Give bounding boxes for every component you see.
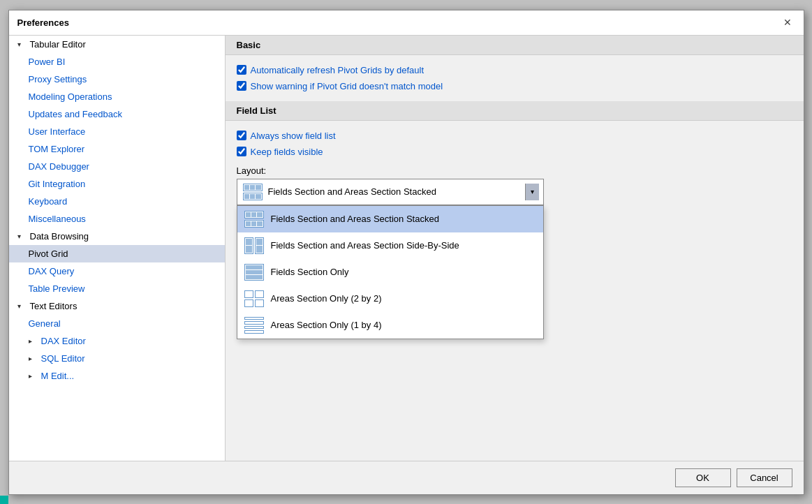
layout-dropdown-list: Fields Section and Areas Section Stacked bbox=[237, 205, 544, 339]
sidebar-item-label: Table Preview bbox=[29, 283, 85, 294]
sidebar-item-label: Pivot Grid bbox=[29, 249, 68, 259]
sidebar-item-label: DAX Debugger bbox=[29, 161, 89, 172]
sidebar-item-dax-editor[interactable]: ▸ DAX Editor bbox=[9, 332, 225, 350]
title-bar: Preferences ✕ bbox=[9, 10, 804, 36]
layout-label: Layout: bbox=[237, 165, 792, 176]
sidebar: ▾ Tabular Editor Power BI Proxy Settings… bbox=[9, 36, 226, 461]
sidebar-item-modeling-operations[interactable]: Modeling Operations bbox=[9, 88, 225, 105]
teal-indicator bbox=[0, 496, 8, 504]
sidebar-item-tabular-editor[interactable]: ▾ Tabular Editor bbox=[9, 36, 225, 53]
layout-dropdown-button[interactable]: Fields Section and Areas Section Stacked… bbox=[237, 179, 544, 205]
dropdown-option-fields-only[interactable]: Fields Section Only bbox=[237, 259, 543, 286]
sidebar-item-dax-debugger[interactable]: DAX Debugger bbox=[9, 158, 225, 175]
checkbox-refresh-label: Automatically refresh Pivot Grids by def… bbox=[251, 65, 425, 75]
dropdown-arrow-icon: ▾ bbox=[525, 184, 539, 200]
sidebar-item-label: TOM Explorer bbox=[29, 144, 85, 154]
sidebar-item-label: Keyboard bbox=[29, 196, 68, 207]
close-button[interactable]: ✕ bbox=[780, 15, 795, 30]
sidebar-item-label: Updates and Feedback bbox=[29, 109, 122, 119]
option-icon-stacked bbox=[243, 209, 265, 229]
layout-icon-stacked bbox=[242, 182, 264, 202]
dropdown-option-side-by-side[interactable]: Fields Section and Areas Section Side-By… bbox=[237, 232, 543, 259]
sidebar-item-text-editors[interactable]: ▾ Text Editors bbox=[9, 297, 225, 315]
sidebar-item-miscellaneous[interactable]: Miscellaneous bbox=[9, 210, 225, 228]
sidebar-item-label: Power BI bbox=[29, 57, 66, 67]
option-icon-areas-1x4 bbox=[243, 316, 265, 335]
dialog-body: ▾ Tabular Editor Power BI Proxy Settings… bbox=[9, 36, 804, 461]
option-label-fields-only: Fields Section Only bbox=[271, 267, 349, 277]
sidebar-item-table-preview[interactable]: Table Preview bbox=[9, 280, 225, 297]
sidebar-item-label: Text Editors bbox=[30, 301, 77, 311]
sidebar-item-label: SQL Editor bbox=[41, 353, 85, 364]
sidebar-item-label: General bbox=[29, 318, 61, 329]
dropdown-option-stacked[interactable]: Fields Section and Areas Section Stacked bbox=[237, 206, 543, 232]
option-label-areas-1x4: Areas Section Only (1 by 4) bbox=[271, 320, 382, 330]
content-area: Basic Automatically refresh Pivot Grids … bbox=[226, 36, 804, 461]
sidebar-item-data-browsing[interactable]: ▾ Data Browsing bbox=[9, 228, 225, 245]
sidebar-item-user-interface[interactable]: User Interface bbox=[9, 123, 225, 140]
sidebar-item-label: Tabular Editor bbox=[30, 39, 86, 50]
field-list-section-header: Field List bbox=[226, 101, 804, 121]
sidebar-item-m-editor[interactable]: ▸ M Edit... bbox=[9, 367, 225, 385]
option-icon-areas-2x2 bbox=[243, 289, 265, 309]
checkbox-row-keep-visible: Keep fields visible bbox=[237, 144, 792, 160]
layout-dropdown-container: Fields Section and Areas Section Stacked… bbox=[237, 179, 544, 205]
option-icon-side-by-side bbox=[243, 236, 265, 255]
dropdown-option-areas-1x4[interactable]: Areas Section Only (1 by 4) bbox=[237, 312, 543, 339]
checkbox-warning-label: Show warning if Pivot Grid doesn't match… bbox=[251, 81, 443, 91]
option-label-stacked: Fields Section and Areas Section Stacked bbox=[271, 214, 439, 224]
checkbox-row-refresh: Automatically refresh Pivot Grids by def… bbox=[237, 62, 792, 78]
field-list-section-content: Always show field list Keep fields visib… bbox=[226, 121, 804, 212]
basic-section-header: Basic bbox=[226, 36, 804, 55]
sidebar-item-label: Data Browsing bbox=[30, 231, 89, 242]
sidebar-item-label: Proxy Settings bbox=[29, 74, 87, 84]
option-icon-fields-only bbox=[243, 262, 265, 282]
checkbox-keep-visible[interactable] bbox=[237, 147, 246, 156]
sidebar-item-proxy-settings[interactable]: Proxy Settings bbox=[9, 71, 225, 88]
chevron-down-icon: ▾ bbox=[17, 40, 27, 48]
ok-button[interactable]: OK bbox=[675, 468, 731, 487]
layout-selected-label: Fields Section and Areas Section Stacked bbox=[268, 186, 436, 197]
sidebar-item-label: Miscellaneous bbox=[29, 214, 86, 224]
sidebar-item-dax-query[interactable]: DAX Query bbox=[9, 262, 225, 280]
basic-section-content: Automatically refresh Pivot Grids by def… bbox=[226, 55, 804, 101]
sidebar-item-label: DAX Query bbox=[29, 266, 75, 276]
option-label-areas-2x2: Areas Section Only (2 by 2) bbox=[271, 293, 382, 304]
sidebar-item-general[interactable]: General bbox=[9, 315, 225, 332]
dialog-title: Preferences bbox=[17, 17, 69, 28]
checkbox-warning[interactable] bbox=[237, 81, 246, 91]
chevron-down-icon: ▾ bbox=[17, 232, 27, 240]
chevron-right-icon: ▸ bbox=[29, 337, 38, 345]
chevron-right-icon: ▸ bbox=[29, 372, 38, 380]
checkbox-show-field-list-label: Always show field list bbox=[251, 131, 336, 141]
option-label-side-by-side: Fields Section and Areas Section Side-By… bbox=[271, 240, 459, 251]
checkbox-refresh[interactable] bbox=[237, 65, 246, 75]
sidebar-item-label: Git Integration bbox=[29, 179, 86, 189]
sidebar-item-label: DAX Editor bbox=[41, 336, 86, 346]
dialog-footer: OK Cancel bbox=[9, 461, 804, 494]
checkbox-row-show-field-list: Always show field list bbox=[237, 128, 792, 144]
sidebar-item-sql-editor[interactable]: ▸ SQL Editor bbox=[9, 350, 225, 367]
cancel-button[interactable]: Cancel bbox=[737, 468, 792, 487]
checkbox-row-warning: Show warning if Pivot Grid doesn't match… bbox=[237, 78, 792, 94]
sidebar-item-power-bi[interactable]: Power BI bbox=[9, 53, 225, 71]
sidebar-item-label: Modeling Operations bbox=[29, 91, 112, 102]
sidebar-item-tom-explorer[interactable]: TOM Explorer bbox=[9, 140, 225, 158]
sidebar-item-label: User Interface bbox=[29, 126, 86, 137]
checkbox-keep-visible-label: Keep fields visible bbox=[251, 147, 323, 157]
sidebar-item-git-integration[interactable]: Git Integration bbox=[9, 175, 225, 193]
preferences-dialog: Preferences ✕ ▾ Tabular Editor Power BI … bbox=[8, 10, 804, 495]
checkbox-show-field-list[interactable] bbox=[237, 131, 246, 140]
sidebar-item-updates-feedback[interactable]: Updates and Feedback bbox=[9, 105, 225, 123]
dropdown-option-areas-2x2[interactable]: Areas Section Only (2 by 2) bbox=[237, 286, 543, 312]
sidebar-item-keyboard[interactable]: Keyboard bbox=[9, 193, 225, 210]
chevron-down-icon: ▾ bbox=[17, 302, 27, 310]
chevron-right-icon: ▸ bbox=[29, 355, 38, 362]
sidebar-item-pivot-grid[interactable]: Pivot Grid bbox=[9, 245, 225, 262]
sidebar-item-label: M Edit... bbox=[41, 371, 75, 381]
